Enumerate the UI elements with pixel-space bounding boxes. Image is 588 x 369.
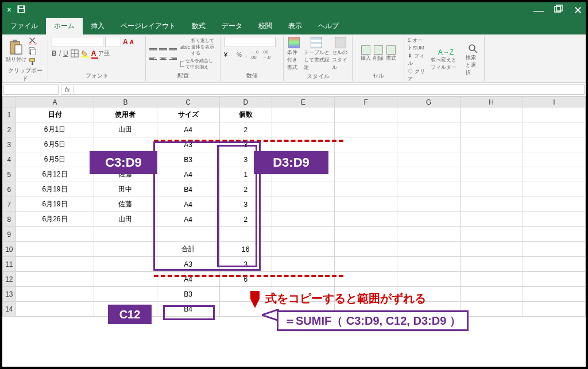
sort-filter-button[interactable]: A→Z 並べ変えとフィルター [431,48,461,71]
cell[interactable] [460,272,523,287]
cell[interactable] [272,122,334,137]
cell[interactable] [272,227,334,242]
cell[interactable]: 2 [219,182,272,197]
cell[interactable] [16,257,94,272]
cell[interactable] [397,197,460,212]
cell[interactable]: 1 [219,167,272,182]
cell[interactable] [335,272,397,287]
col-header-I[interactable]: I [523,97,585,107]
cell[interactable]: 個数 [219,107,272,122]
menu-review[interactable]: 校閲 [250,18,280,34]
cell[interactable] [397,152,460,167]
cell[interactable] [397,137,460,152]
paste-icon[interactable] [9,39,23,55]
name-box[interactable] [3,84,59,95]
cell[interactable] [523,242,585,257]
format-cells-button[interactable]: 書式 [386,45,396,62]
cut-icon[interactable] [29,37,37,45]
cell[interactable] [523,212,585,227]
row-header[interactable]: 6 [3,182,16,197]
ruby-button[interactable]: ア亜 [98,49,110,57]
col-header-G[interactable]: G [397,97,460,107]
cell[interactable]: B3 [157,287,219,302]
cell[interactable] [94,152,157,167]
cell[interactable] [272,302,334,317]
cell[interactable]: 使用者 [94,107,157,122]
cell[interactable] [335,227,397,242]
cell[interactable] [219,227,272,242]
menu-file[interactable]: ファイル [2,18,46,34]
cell[interactable]: 佐藤 [94,167,157,182]
cell[interactable] [397,122,460,137]
cell[interactable] [523,302,585,317]
cell[interactable] [397,167,460,182]
cell[interactable] [397,212,460,227]
cell[interactable]: 6月1日 [16,122,94,137]
cell[interactable] [523,272,585,287]
increase-decimal-button[interactable]: ←.0.00 [250,49,259,60]
cell[interactable] [272,257,334,272]
cell[interactable] [335,197,397,212]
cell[interactable] [523,107,585,122]
row-header[interactable]: 14 [3,302,16,317]
delete-cells-button[interactable]: 削除 [373,45,384,62]
decrease-decimal-button[interactable]: .00→.0 [262,49,270,60]
font-family-select[interactable] [52,37,103,47]
cell[interactable]: 3 [219,197,272,212]
cell[interactable] [335,122,397,137]
cell[interactable]: B4 [157,302,219,317]
cell[interactable] [94,302,157,317]
cell[interactable] [397,272,460,287]
cell[interactable] [397,227,460,242]
clear-button[interactable]: ◇ クリア [408,68,426,83]
cell[interactable] [460,287,523,302]
number-format-select[interactable] [224,37,276,47]
cell[interactable] [397,107,460,122]
cell[interactable]: 6 [219,272,272,287]
maximize-button[interactable] [554,5,563,17]
cell[interactable]: 日付 [16,107,94,122]
cell[interactable] [219,302,272,317]
cell[interactable] [335,242,397,257]
cell[interactable] [460,257,523,272]
col-header-D[interactable]: D [219,97,272,107]
insert-cells-button[interactable]: 挿入 [361,45,371,62]
cell[interactable] [272,287,334,302]
col-header-E[interactable]: E [272,97,334,107]
cell[interactable] [272,107,334,122]
cell[interactable] [272,272,334,287]
cell[interactable] [272,197,334,212]
cell[interactable] [460,212,523,227]
menu-home[interactable]: ホーム [46,18,83,34]
cell[interactable] [94,257,157,272]
cell[interactable]: A4 [157,272,219,287]
cell[interactable]: 6月5日 [16,137,94,152]
comma-button[interactable]: , [245,52,247,58]
cell[interactable]: A3 [157,257,219,272]
cell[interactable] [16,242,94,257]
row-header[interactable]: 13 [3,287,16,302]
cell[interactable]: 2 [219,122,272,137]
cell[interactable]: B3 [157,152,219,167]
cell[interactable]: A4 [157,212,219,227]
underline-button[interactable]: U [63,49,68,57]
cell[interactable]: 6月19日 [16,197,94,212]
row-header[interactable]: 3 [3,137,16,152]
row-header[interactable]: 12 [3,272,16,287]
cell[interactable] [523,257,585,272]
cell[interactable] [94,227,157,242]
row-header[interactable]: 10 [3,242,16,257]
cell[interactable] [335,182,397,197]
cell[interactable] [523,167,585,182]
fill-color-icon[interactable] [81,49,89,57]
currency-icon[interactable]: ¥ [224,51,233,59]
cell[interactable] [523,152,585,167]
row-header[interactable]: 1 [3,107,16,122]
col-header-C[interactable]: C [157,97,219,107]
cell[interactable] [335,287,397,302]
cell[interactable]: 3 [219,257,272,272]
cell[interactable] [397,182,460,197]
cell[interactable]: 3 [219,152,272,167]
cell[interactable] [523,182,585,197]
cell[interactable]: A3 [157,137,219,152]
